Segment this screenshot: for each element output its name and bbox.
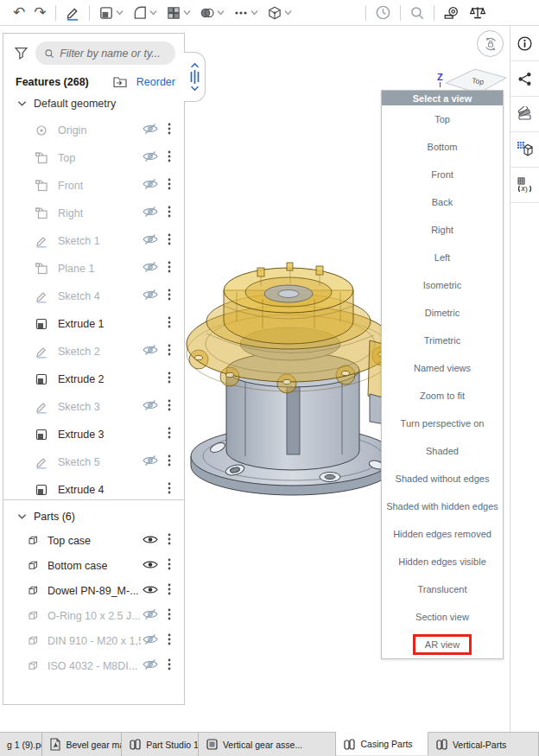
variables-button[interactable]: x): [510, 168, 539, 203]
new-folder-icon[interactable]: [112, 75, 128, 89]
tab-part-studio-1[interactable]: Part Studio 1: [122, 733, 199, 756]
view-menu-item-isometric[interactable]: Isometric: [382, 271, 503, 299]
visibility-toggle[interactable]: [141, 608, 160, 624]
part-context-menu-button[interactable]: [160, 532, 179, 550]
view-menu-item-turn-perspective-on[interactable]: Turn perspective on: [382, 410, 503, 437]
visibility-toggle[interactable]: [141, 583, 160, 599]
tab-casing-parts[interactable]: Casing Parts: [336, 732, 428, 755]
visibility-toggle[interactable]: [141, 261, 160, 276]
visibility-toggle[interactable]: [141, 150, 160, 166]
view-menu-item-ar-view[interactable]: AR view: [382, 631, 503, 658]
search-button[interactable]: [405, 2, 429, 24]
feature-context-menu-button[interactable]: [160, 205, 179, 222]
export-cube-button[interactable]: [510, 132, 539, 168]
view-menu-item-bottom[interactable]: Bottom: [382, 133, 503, 161]
undo-button[interactable]: ↶: [9, 2, 29, 24]
visibility-toggle[interactable]: [141, 454, 160, 470]
tab-vertical-parts[interactable]: Vertical-Parts: [428, 733, 539, 756]
view-menu-item-translucent[interactable]: Translucent: [382, 575, 503, 603]
feature-row[interactable]: Plane 1: [3, 255, 184, 283]
feature-row[interactable]: Sketch 5: [3, 448, 184, 476]
view-menu-item-shaded[interactable]: Shaded: [382, 437, 503, 465]
appearance-button[interactable]: [510, 97, 539, 132]
part-context-menu-button[interactable]: [160, 632, 179, 650]
view-menu-item-top[interactable]: Top: [382, 105, 503, 133]
feature-row[interactable]: Front: [3, 172, 184, 200]
pattern-tool-button[interactable]: [162, 2, 195, 24]
default-geometry-group[interactable]: Default geometry: [3, 92, 184, 111]
feature-row[interactable]: Extrude 1: [3, 310, 184, 338]
part-row[interactable]: DIN 910 - M20 x 1,5: [3, 628, 184, 653]
view-menu-item-left[interactable]: Left: [382, 244, 503, 271]
visibility-toggle[interactable]: [141, 399, 160, 415]
part-context-menu-button[interactable]: [160, 607, 179, 625]
lock-rotation-button[interactable]: [477, 30, 504, 57]
feature-context-menu-button[interactable]: [160, 122, 179, 139]
visibility-toggle[interactable]: [141, 233, 160, 249]
visibility-toggle[interactable]: [141, 558, 160, 574]
more-tools-button[interactable]: [229, 2, 263, 24]
view-menu-item-zoom-to-fit[interactable]: Zoom to fit: [382, 382, 503, 410]
view-menu-item-front[interactable]: Front: [382, 161, 503, 188]
feature-context-menu-button[interactable]: [160, 371, 179, 388]
transform-tool-button[interactable]: [263, 2, 296, 24]
feature-context-menu-button[interactable]: [160, 232, 179, 250]
view-menu-item-trimetric[interactable]: Trimetric: [382, 327, 503, 354]
history-button[interactable]: [371, 2, 396, 24]
part-row[interactable]: Dowel PN-89_M-...: [3, 578, 184, 603]
redo-button[interactable]: ↷: [29, 2, 50, 24]
feature-context-menu-button[interactable]: [160, 426, 179, 443]
extrude-tool-button[interactable]: [94, 2, 128, 24]
view-menu-item-section-view[interactable]: Section view: [382, 603, 503, 631]
view-menu-item-dimetric[interactable]: Dimetric: [382, 299, 503, 327]
feature-context-menu-button[interactable]: [160, 454, 179, 471]
view-menu-item-shaded-without-edges[interactable]: Shaded without edges: [382, 465, 503, 492]
info-button[interactable]: [510, 26, 539, 61]
visibility-toggle[interactable]: [141, 178, 160, 194]
mass-properties-button[interactable]: [465, 2, 491, 24]
view-menu-item-shaded-with-hidden-edges[interactable]: Shaded with hidden edges: [382, 492, 503, 520]
part-context-menu-button[interactable]: [160, 658, 179, 675]
part-context-menu-button[interactable]: [160, 557, 179, 575]
tab-bevel-gear-main-a-[interactable]: Bevel gear main a...: [42, 733, 122, 756]
feature-row[interactable]: Sketch 1: [3, 227, 184, 255]
feature-context-menu-button[interactable]: [160, 149, 179, 167]
sketch-button[interactable]: [60, 2, 85, 24]
feature-row[interactable]: Sketch 3: [3, 393, 184, 421]
view-menu-item-named-views[interactable]: Named views: [382, 354, 503, 382]
feature-row[interactable]: Sketch 4: [3, 283, 184, 310]
boolean-tool-button[interactable]: [195, 2, 229, 24]
feature-row[interactable]: Top: [3, 144, 184, 172]
view-menu-item-hidden-edges-visible[interactable]: Hidden edges visible: [382, 548, 503, 575]
tab-g-1-9-pdf[interactable]: g 1 (9).pdf: [0, 733, 42, 756]
view-menu-item-right[interactable]: Right: [382, 216, 503, 244]
fillet-tool-button[interactable]: [128, 2, 162, 24]
feature-context-menu-button[interactable]: [160, 481, 179, 499]
panel-splitter-handle[interactable]: [184, 52, 206, 102]
feature-context-menu-button[interactable]: [160, 398, 179, 416]
filter-funnel-icon[interactable]: [14, 46, 29, 60]
feature-context-menu-button[interactable]: [160, 343, 179, 360]
visibility-toggle[interactable]: [141, 123, 160, 138]
part-row[interactable]: ISO 4032 - M8DI...: [3, 653, 184, 678]
feature-context-menu-button[interactable]: [160, 288, 179, 305]
part-row[interactable]: O-Ring 10 x 2.5 J...: [3, 603, 184, 628]
feature-row[interactable]: Sketch 2: [3, 338, 184, 365]
part-context-menu-button[interactable]: [160, 582, 179, 600]
parts-group[interactable]: Parts (6): [3, 507, 184, 528]
part-row[interactable]: Top case: [3, 528, 184, 553]
feature-context-menu-button[interactable]: [160, 315, 179, 333]
feature-row[interactable]: Origin: [3, 117, 184, 144]
filter-search-box[interactable]: [35, 41, 175, 65]
view-menu-item-back[interactable]: Back: [382, 188, 503, 216]
visibility-toggle[interactable]: [141, 533, 160, 549]
visibility-toggle[interactable]: [141, 658, 160, 674]
visibility-toggle[interactable]: [141, 633, 160, 649]
visibility-toggle[interactable]: [141, 344, 160, 359]
view-menu-item-hidden-edges-removed[interactable]: Hidden edges removed: [382, 520, 503, 548]
part-row[interactable]: Bottom case: [3, 553, 184, 578]
visibility-toggle[interactable]: [141, 289, 160, 304]
visibility-toggle[interactable]: [141, 206, 160, 221]
measure-button[interactable]: [439, 2, 465, 24]
share-button[interactable]: [510, 61, 539, 97]
